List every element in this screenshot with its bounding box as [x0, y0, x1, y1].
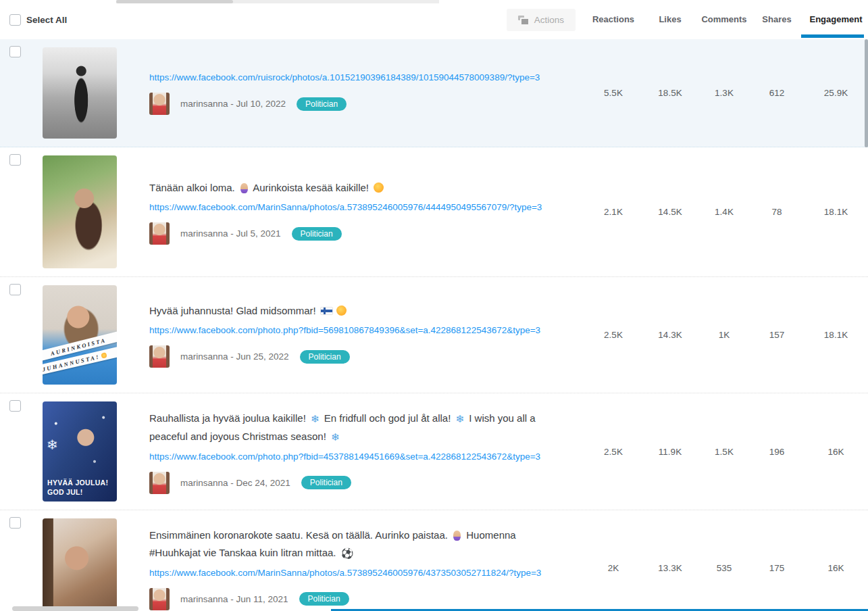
engagement-value: 16K	[804, 563, 868, 573]
actions-icon	[518, 16, 528, 24]
table-header-left: Select All Actions	[9, 9, 585, 31]
likes-value: 14.3K	[642, 330, 698, 340]
column-header-engagement[interactable]: Engagement	[804, 0, 868, 39]
column-header-likes[interactable]: Likes	[642, 0, 698, 39]
author-avatar	[149, 588, 170, 610]
reactions-value: 2.5K	[585, 330, 642, 340]
sun-icon	[336, 306, 347, 316]
comments-value: 1K	[698, 330, 750, 340]
posts-table: Select All Actions Reactions Likes Comme…	[0, 0, 868, 611]
post-thumbnail[interactable]	[43, 518, 117, 611]
comments-value: 535	[698, 563, 750, 573]
row-checkbox[interactable]	[9, 46, 21, 57]
table-row: AURINKOISTA JUHANNUSTA! Hyvää juhannusta…	[0, 277, 868, 393]
author-row: marinsanna - Jun 25, 2022 Politician	[149, 345, 571, 368]
post-url-link[interactable]: https://www.facebook.com/MarinSanna/phot…	[149, 202, 542, 212]
author-avatar	[149, 93, 170, 115]
likes-value: 18.5K	[642, 88, 698, 98]
column-header-shares[interactable]: Shares	[750, 0, 804, 39]
horizontal-scrollbar-thumb[interactable]	[12, 606, 138, 611]
select-all-label: Select All	[26, 15, 67, 25]
vertical-scrollbar-thumb[interactable]	[865, 39, 868, 147]
likes-value: 11.9K	[642, 447, 698, 457]
table-row: https://www.facebook.com/ruisrock/photos…	[0, 39, 868, 147]
folded-hands-icon	[240, 183, 248, 193]
post-text: Ensimmäinen koronarokote saatu. Kesä on …	[149, 527, 549, 562]
soccer-ball-icon: ⚽	[341, 545, 354, 562]
post-content: Tänään alkoi loma. Aurinkoista kesää kai…	[117, 179, 585, 245]
post-content: Ensimmäinen koronarokote saatu. Kesä on …	[117, 527, 585, 610]
likes-value: 14.5K	[642, 207, 698, 217]
snowflake-icon: ❄	[456, 410, 465, 428]
post-content: Hyvää juhannusta! Glad midsommar! https:…	[117, 302, 585, 368]
politician-badge: Politician	[300, 350, 350, 364]
post-thumbnail[interactable]	[43, 47, 117, 139]
thumbnail-banner-text: HYVÄÄ JOULUA! GOD JUL!	[47, 478, 108, 497]
reactions-value: 5.5K	[585, 88, 642, 98]
row-checkbox[interactable]	[9, 154, 21, 166]
post-thumbnail[interactable]: AURINKOISTA JUHANNUSTA!	[43, 285, 117, 385]
author-avatar	[149, 472, 170, 494]
author-and-date: marinsanna - Dec 24, 2021	[180, 478, 290, 488]
comments-value: 1.4K	[698, 207, 750, 217]
reactions-value: 2.5K	[585, 447, 642, 457]
author-and-date: marinsanna - Jul 10, 2022	[180, 99, 286, 109]
reactions-value: 2.1K	[585, 207, 642, 217]
author-row: marinsanna - Dec 24, 2021 Politician	[149, 472, 571, 494]
author-and-date: marinsanna - Jun 11, 2021	[180, 594, 288, 604]
politician-badge: Politician	[292, 227, 342, 241]
post-url-link[interactable]: https://www.facebook.com/photo.php?fbid=…	[149, 325, 540, 335]
finland-flag-icon	[320, 307, 333, 315]
actions-button[interactable]: Actions	[507, 9, 576, 31]
post-text: Hyvää juhannusta! Glad midsommar!	[149, 302, 549, 320]
likes-value: 13.3K	[642, 563, 698, 573]
select-all-checkbox[interactable]	[9, 14, 21, 26]
comments-value: 1.5K	[698, 447, 750, 457]
shares-value: 78	[750, 207, 804, 217]
post-url-link[interactable]: https://www.facebook.com/MarinSanna/phot…	[149, 568, 541, 578]
actions-button-label: Actions	[534, 15, 564, 25]
post-text: Rauhallista ja hyvää joulua kaikille! ❄ …	[149, 410, 549, 446]
author-avatar	[149, 345, 170, 368]
engagement-value: 16K	[804, 447, 868, 457]
engagement-value: 18.1K	[804, 330, 868, 340]
column-header-reactions[interactable]: Reactions	[585, 0, 642, 39]
author-row: marinsanna - Jun 11, 2021 Politician	[149, 588, 571, 610]
row-checkbox[interactable]	[9, 517, 21, 529]
sun-icon	[101, 352, 107, 359]
active-column-indicator	[801, 34, 864, 38]
politician-badge: Politician	[299, 592, 349, 606]
table-row: Ensimmäinen koronarokote saatu. Kesä on …	[0, 510, 868, 611]
post-content: https://www.facebook.com/ruisrock/photos…	[117, 71, 585, 115]
post-text: Tänään alkoi loma. Aurinkoista kesää kai…	[149, 179, 549, 197]
snowflake-icon: ❄	[331, 429, 340, 446]
reactions-value: 2K	[585, 563, 642, 573]
shares-value: 612	[750, 88, 804, 98]
author-and-date: marinsanna - Jun 25, 2022	[180, 351, 289, 362]
shares-value: 157	[750, 330, 804, 340]
shares-value: 175	[750, 563, 804, 573]
post-thumbnail[interactable]: ❄ HYVÄÄ JOULUA! GOD JUL!	[43, 401, 117, 502]
politician-badge: Politician	[301, 476, 351, 489]
top-scrollbar-thumb[interactable]	[116, 0, 233, 3]
post-url-link[interactable]: https://www.facebook.com/photo.php?fbid=…	[149, 451, 540, 462]
shares-value: 196	[750, 447, 804, 457]
comments-value: 1.3K	[698, 88, 750, 98]
author-row: marinsanna - Jul 10, 2022 Politician	[149, 93, 571, 115]
table-row: Tänään alkoi loma. Aurinkoista kesää kai…	[0, 147, 868, 277]
post-url-link[interactable]: https://www.facebook.com/ruisrock/photos…	[149, 72, 540, 82]
author-avatar	[149, 222, 170, 245]
folded-hands-icon	[453, 531, 461, 541]
table-header: Select All Actions Reactions Likes Comme…	[0, 0, 868, 39]
snowflake-icon: ❄	[311, 410, 320, 428]
top-scrollbar-track	[116, 0, 439, 3]
engagement-value: 25.9K	[804, 88, 868, 98]
snowflake-icon: ❄	[47, 437, 58, 453]
post-thumbnail[interactable]	[43, 155, 117, 268]
column-header-comments[interactable]: Comments	[698, 0, 750, 39]
engagement-value: 18.1K	[804, 207, 868, 217]
row-checkbox[interactable]	[9, 400, 21, 412]
column-header-engagement-label: Engagement	[809, 14, 862, 24]
author-and-date: marinsanna - Jul 5, 2021	[180, 228, 281, 239]
row-checkbox[interactable]	[9, 284, 21, 295]
